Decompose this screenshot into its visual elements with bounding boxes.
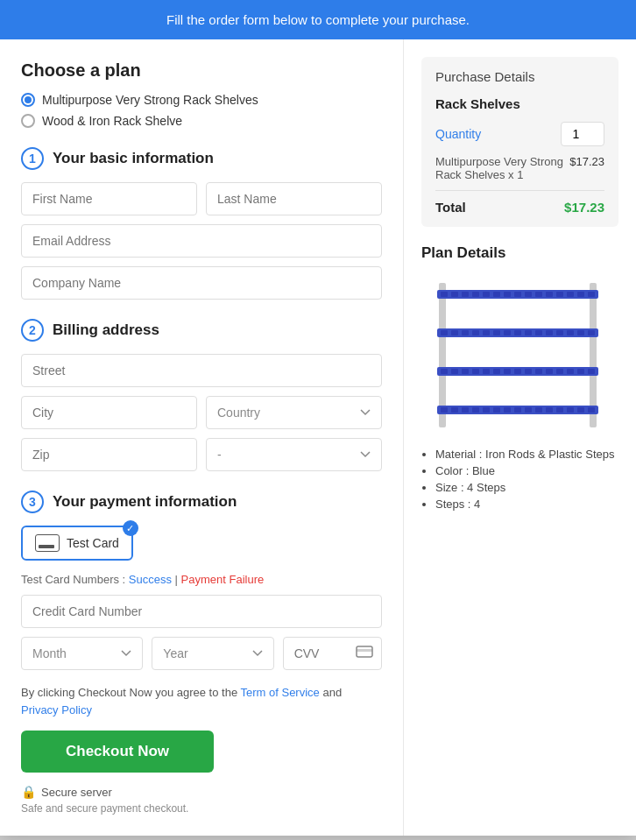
plan-option-1-label: Multipurpose Very Strong Rack Shelves	[42, 93, 258, 107]
page-wrapper: Fill the order form below to complete yo…	[0, 0, 636, 836]
svg-rect-58	[493, 407, 500, 413]
test-card-info: Test Card Numbers : Success | Payment Fa…	[21, 573, 382, 586]
credit-card-row	[21, 595, 382, 628]
banner-text: Fill the order form below to complete yo…	[166, 12, 470, 27]
test-card-option[interactable]: Test Card	[21, 526, 133, 561]
svg-rect-8	[472, 292, 479, 297]
svg-rect-55	[462, 407, 469, 413]
svg-rect-64	[556, 407, 563, 413]
svg-rect-46	[535, 369, 542, 374]
svg-rect-45	[525, 369, 532, 374]
quantity-input[interactable]	[561, 122, 604, 146]
item-row: Multipurpose Very Strong Rack Shelves x …	[435, 155, 604, 191]
svg-rect-60	[514, 407, 521, 413]
month-year-cvv-row: Month 01 02 03 12 Year 2024 2025 2026	[21, 637, 382, 670]
section3-title: Your payment information	[53, 493, 237, 511]
first-name-input[interactable]	[21, 182, 197, 215]
quantity-row: Quantity	[435, 122, 604, 146]
plan-details-list: Material : Iron Rods & Plastic Steps Col…	[421, 448, 618, 511]
svg-rect-65	[567, 407, 574, 413]
name-row	[21, 182, 382, 215]
secure-info: 🔒 Secure server	[21, 785, 382, 799]
item-name: Multipurpose Very Strong Rack Shelves x …	[435, 155, 569, 181]
credit-card-input[interactable]	[21, 595, 382, 628]
plan-option-1[interactable]: Multipurpose Very Strong Rack Shelves	[21, 93, 382, 107]
svg-rect-66	[577, 407, 584, 413]
state-select[interactable]: -	[206, 438, 382, 471]
svg-rect-67	[588, 407, 595, 413]
svg-rect-7	[462, 292, 469, 297]
card-stripe	[39, 545, 54, 548]
city-input[interactable]	[21, 396, 197, 429]
svg-rect-43	[504, 369, 511, 374]
choose-plan-title: Choose a plan	[21, 60, 382, 81]
street-row	[21, 354, 382, 387]
lock-icon: 🔒	[21, 785, 36, 799]
section3-header: 3 Your payment information	[21, 491, 382, 513]
svg-rect-19	[588, 292, 595, 297]
test-failure-link[interactable]: Payment Failure	[181, 573, 265, 586]
svg-rect-51	[588, 369, 595, 374]
svg-rect-5	[441, 292, 448, 297]
zip-input[interactable]	[21, 438, 197, 471]
plan-detail-item-3: Size : 4 Steps	[435, 481, 618, 494]
svg-rect-48	[556, 369, 563, 374]
svg-rect-31	[546, 330, 553, 335]
total-row: Total $17.23	[435, 200, 604, 215]
month-select[interactable]: Month 01 02 03 12	[21, 637, 143, 670]
item-price: $17.23	[569, 155, 604, 168]
card-label: Test Card	[67, 536, 119, 550]
svg-rect-32	[556, 330, 563, 335]
svg-rect-15	[546, 292, 553, 297]
email-row	[21, 224, 382, 258]
company-input[interactable]	[21, 266, 382, 300]
email-input[interactable]	[21, 224, 382, 258]
section2-header: 2 Billing address	[21, 319, 382, 342]
purchase-details-box: Purchase Details Rack Shelves Quantity M…	[421, 57, 618, 227]
company-row	[21, 266, 382, 300]
country-select[interactable]: Country United States United Kingdom Can…	[206, 396, 382, 429]
plan-detail-item-1: Material : Iron Rods & Plastic Steps	[435, 448, 618, 461]
year-select[interactable]: Year 2024 2025 2026	[152, 637, 273, 670]
svg-rect-6	[451, 292, 458, 297]
svg-rect-61	[525, 407, 532, 413]
test-card-prefix: Test Card Numbers :	[21, 573, 129, 586]
svg-rect-29	[525, 330, 532, 335]
privacy-policy-link[interactable]: Privacy Policy	[21, 703, 92, 716]
svg-rect-42	[493, 369, 500, 374]
plan-detail-item-4: Steps : 4	[435, 498, 618, 511]
svg-rect-39	[462, 369, 469, 374]
section2-number: 2	[21, 319, 44, 342]
svg-rect-37	[441, 369, 448, 374]
street-input[interactable]	[21, 354, 382, 387]
top-banner: Fill the order form below to complete yo…	[0, 0, 636, 39]
plan-option-2[interactable]: Wood & Iron Rack Shelve	[21, 114, 382, 128]
rack-shelves-title: Rack Shelves	[435, 96, 604, 111]
last-name-input[interactable]	[206, 182, 382, 215]
radio-unselected-icon	[21, 114, 35, 128]
test-success-link[interactable]: Success	[129, 573, 172, 586]
svg-rect-47	[546, 369, 553, 374]
terms-of-service-link[interactable]: Term of Service	[241, 686, 320, 699]
svg-rect-49	[567, 369, 574, 374]
svg-rect-35	[588, 330, 595, 335]
terms-prefix: By clicking Checkout Now you agree to th…	[21, 686, 241, 699]
svg-rect-34	[577, 330, 584, 335]
secure-label: Secure server	[41, 786, 112, 799]
svg-rect-54	[451, 407, 458, 413]
svg-rect-40	[472, 369, 479, 374]
cvv-wrapper	[283, 637, 382, 670]
svg-rect-44	[514, 369, 521, 374]
svg-rect-21	[441, 330, 448, 335]
section3-number: 3	[21, 491, 44, 513]
svg-rect-12	[514, 292, 521, 297]
checkout-button[interactable]: Checkout Now	[21, 731, 214, 773]
section1-header: 1 Your basic information	[21, 147, 382, 170]
terms-text: By clicking Checkout Now you agree to th…	[21, 684, 382, 718]
svg-rect-25	[483, 330, 490, 335]
radio-selected-icon	[21, 93, 35, 107]
plan-option-2-label: Wood & Iron Rack Shelve	[42, 114, 182, 128]
terms-middle: and	[322, 686, 342, 699]
right-panel: Purchase Details Rack Shelves Quantity M…	[404, 39, 636, 532]
section1-number: 1	[21, 147, 44, 170]
